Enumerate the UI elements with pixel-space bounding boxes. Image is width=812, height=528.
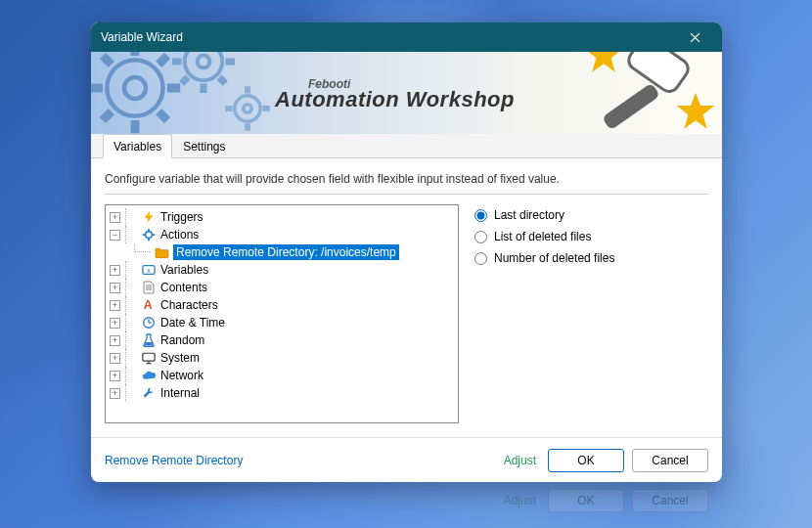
expander-icon[interactable]: + (110, 318, 120, 329)
tree-item-random[interactable]: +Random (106, 331, 458, 349)
expander-icon[interactable]: + (110, 353, 120, 364)
gear-icon (141, 227, 157, 242)
var-icon: x (141, 262, 157, 278)
monitor-icon (141, 350, 157, 366)
titlebar[interactable]: Variable Wizard (91, 22, 722, 52)
expander-icon[interactable]: + (110, 371, 120, 381)
svg-point-31 (146, 232, 153, 239)
svg-point-21 (244, 105, 251, 112)
char-icon: A (141, 297, 157, 313)
description-text: Configure variable that will provide cho… (105, 168, 708, 195)
expander-icon[interactable]: + (110, 265, 120, 276)
ok-button[interactable]: OK (548, 449, 624, 472)
bolt-icon (141, 209, 157, 225)
expander-icon[interactable]: + (110, 335, 120, 346)
radio-last-directory[interactable]: Last directory (474, 204, 708, 226)
tree-item-variables[interactable]: +xVariables (106, 261, 458, 279)
svg-marker-30 (145, 211, 154, 223)
expander-icon[interactable]: − (110, 230, 120, 241)
tab-settings[interactable]: Settings (172, 134, 236, 158)
svg-rect-45 (143, 353, 155, 361)
radio-input[interactable] (474, 252, 487, 265)
adjust-link[interactable]: Adjust (504, 454, 536, 467)
cloud-icon (141, 368, 157, 383)
folder-icon (154, 244, 169, 260)
tree-item-triggers[interactable]: +Triggers (106, 208, 458, 226)
svg-line-7 (158, 111, 167, 120)
svg-point-1 (124, 77, 146, 99)
footer-link[interactable]: Remove Remote Directory (105, 454, 243, 467)
svg-line-9 (103, 111, 112, 120)
wand-icon (603, 52, 700, 134)
footer: Remove Remote Directory Adjust OK Cancel (91, 437, 722, 482)
window-title: Variable Wizard (101, 30, 677, 44)
expander-icon[interactable]: + (110, 388, 120, 399)
tab-variables[interactable]: Variables (103, 134, 172, 158)
banner: Febooti Automation Workshop (91, 52, 722, 134)
radio-input[interactable] (474, 209, 487, 222)
tree-item-characters[interactable]: +ACharacters (106, 296, 458, 314)
tree-item-network[interactable]: +Network (106, 367, 458, 384)
radio-group: Last directoryList of deleted filesNumbe… (474, 204, 708, 437)
svg-line-6 (103, 56, 112, 65)
background-ghost-footer: Adjust OK Cancel (91, 481, 722, 520)
clock-icon (141, 315, 157, 330)
expander-icon[interactable]: + (110, 283, 120, 293)
svg-point-0 (107, 60, 162, 115)
tree-item-internal[interactable]: +Internal (106, 384, 458, 402)
wrench-icon (141, 385, 157, 401)
radio-list-of-deleted-files[interactable]: List of deleted files (474, 226, 708, 247)
svg-text:x: x (147, 267, 151, 274)
expander-icon[interactable]: + (110, 300, 120, 311)
tree-panel[interactable]: +Triggers−ActionsRemove Remote Directory… (105, 204, 459, 423)
svg-line-19 (182, 77, 188, 83)
svg-point-20 (235, 96, 260, 121)
svg-rect-28 (625, 52, 692, 95)
doc-icon (141, 280, 157, 295)
tree-item-contents[interactable]: +Contents (106, 279, 458, 296)
variable-wizard-window: Variable Wizard F (91, 22, 722, 482)
cancel-button[interactable]: Cancel (632, 449, 708, 472)
svg-point-11 (198, 56, 210, 68)
svg-rect-29 (603, 83, 660, 131)
close-button[interactable] (677, 22, 712, 52)
expander-icon[interactable]: + (110, 212, 120, 223)
tabs: Variables Settings (91, 134, 722, 158)
radio-input[interactable] (474, 231, 487, 243)
tree-item-remove-remote-directory-invoices-temp[interactable]: Remove Remote Directory: /invoices/temp (106, 243, 458, 261)
tree-item-system[interactable]: +System (106, 349, 458, 367)
tree-item-date-time[interactable]: +Date & Time (106, 314, 458, 331)
svg-text:A: A (144, 298, 153, 312)
banner-text: Febooti Automation Workshop (275, 77, 515, 112)
gear-icon (218, 79, 277, 134)
flask-icon (141, 332, 157, 348)
tree-item-actions[interactable]: −Actions (106, 226, 458, 243)
radio-number-of-deleted-files[interactable]: Number of deleted files (474, 247, 708, 269)
